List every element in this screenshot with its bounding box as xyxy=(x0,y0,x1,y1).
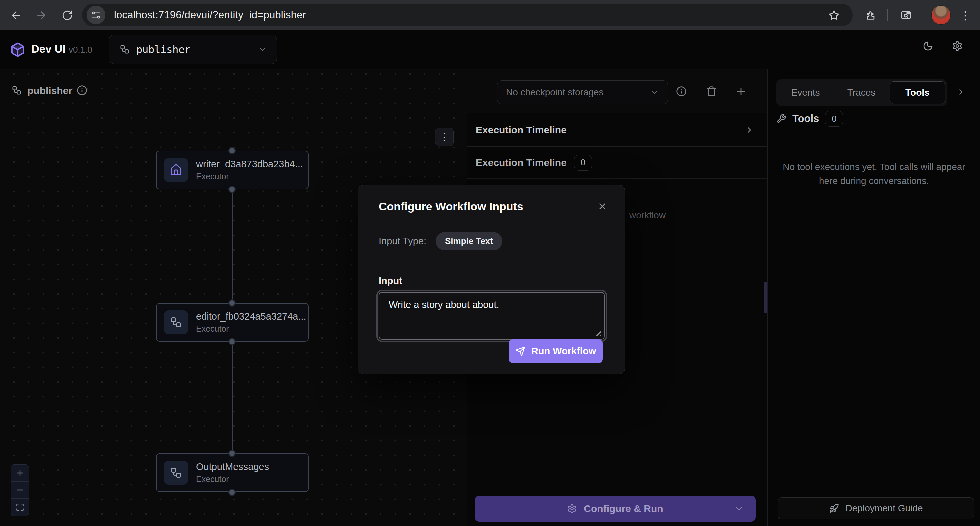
arrow-right-icon xyxy=(35,10,47,21)
puzzle-icon xyxy=(865,10,877,21)
tools-count-badge: 0 xyxy=(825,111,843,127)
right-panel-tabs: Events Traces Tools xyxy=(776,79,947,106)
browser-menu-button[interactable]: ⋮ xyxy=(957,7,973,23)
gear-icon xyxy=(952,41,963,51)
canvas-menu-button[interactable]: ⋮ xyxy=(435,128,453,146)
browser-reload-button[interactable] xyxy=(59,7,75,23)
tab-tools[interactable]: Tools xyxy=(890,81,945,104)
node-title: editor_fb0324a5a3274a... xyxy=(196,311,306,322)
workflow-title: publisher xyxy=(27,85,72,96)
bookmark-star-button[interactable] xyxy=(826,7,842,23)
workflow-info-button[interactable] xyxy=(77,85,88,96)
node-handle[interactable] xyxy=(228,338,235,345)
node-text: writer_d3a873dba23b4... Executor xyxy=(196,159,303,181)
node-writer[interactable]: writer_d3a873dba23b4... Executor xyxy=(156,151,309,189)
entity-selector-value: publisher xyxy=(136,44,191,55)
workflow-icon xyxy=(164,310,188,334)
settings-button[interactable] xyxy=(949,38,965,54)
theme-toggle-button[interactable] xyxy=(920,38,936,54)
input-type-badge: Simple Text xyxy=(436,232,502,250)
wrench-icon xyxy=(776,114,786,124)
tune-icon xyxy=(91,10,101,20)
node-handle[interactable] xyxy=(228,299,235,307)
tab-events[interactable]: Events xyxy=(778,81,833,104)
zoom-in-button[interactable] xyxy=(11,465,29,482)
node-title: OutputMessages xyxy=(196,461,269,472)
extensions-button[interactable] xyxy=(863,7,879,23)
fit-view-button[interactable] xyxy=(11,499,29,516)
configure-and-run-label: Configure & Run xyxy=(584,503,663,514)
node-title: writer_d3a873dba23b4... xyxy=(196,159,303,170)
entity-selector-dropdown[interactable]: publisher xyxy=(109,35,277,64)
node-handle[interactable] xyxy=(228,450,235,457)
chevron-down-icon xyxy=(734,504,744,513)
star-icon xyxy=(828,10,840,21)
configure-and-run-button[interactable]: Configure & Run xyxy=(475,496,756,522)
node-subtitle: Executor xyxy=(196,324,306,334)
house-icon xyxy=(164,158,188,182)
deployment-guide-button[interactable]: Deployment Guide xyxy=(778,497,974,519)
node-text: OutputMessages Executor xyxy=(196,461,269,484)
trash-icon xyxy=(706,86,717,97)
execution-timeline-header[interactable]: Execution Timeline xyxy=(467,113,767,147)
checkpoint-storage-value: No checkpoint storages xyxy=(506,87,604,98)
checkpoint-info-button[interactable] xyxy=(676,86,687,97)
workflow-icon xyxy=(164,461,188,485)
gear-icon xyxy=(567,504,577,514)
node-editor[interactable]: editor_fb0324a5a3274a... Executor xyxy=(156,303,309,342)
tools-header: Tools 0 xyxy=(776,111,843,127)
maximize-icon xyxy=(16,503,24,512)
node-subtitle: Executor xyxy=(196,172,303,181)
app-logo xyxy=(10,42,25,57)
workflow-icon xyxy=(120,44,130,54)
dialog-close-button[interactable] xyxy=(597,201,607,211)
node-output-messages[interactable]: OutputMessages Executor xyxy=(156,453,309,492)
run-workflow-label: Run Workflow xyxy=(531,346,596,357)
workflow-input-textarea[interactable]: Write a story about about. xyxy=(379,292,605,340)
browser-chrome: localhost:7196/devui/?entity_id=publishe… xyxy=(0,0,980,30)
execution-timeline-section: Execution Timeline 0 xyxy=(467,147,767,179)
checkpoint-storage-dropdown[interactable]: No checkpoint storages xyxy=(497,80,668,104)
app-version: v0.1.0 xyxy=(68,44,92,55)
app-header: Dev UI v0.1.0 publisher xyxy=(0,30,980,69)
node-subtitle: Executor xyxy=(196,474,269,484)
site-settings-button[interactable] xyxy=(87,6,105,24)
browser-forward-button[interactable] xyxy=(33,7,49,23)
chrome-separator xyxy=(923,9,923,21)
edge-writer-editor xyxy=(232,189,233,303)
run-workflow-button[interactable]: Run Workflow xyxy=(509,339,603,363)
execution-timeline-header-title: Execution Timeline xyxy=(476,124,567,136)
edge-editor-output xyxy=(232,342,233,453)
timeline-empty-text-fragment: workflow xyxy=(629,210,666,221)
send-icon xyxy=(515,346,525,356)
window-search-icon xyxy=(900,10,912,21)
deployment-guide-label: Deployment Guide xyxy=(846,503,923,514)
profile-avatar[interactable] xyxy=(931,5,951,25)
node-handle[interactable] xyxy=(228,489,235,496)
add-checkpoint-button[interactable] xyxy=(735,86,747,97)
arrow-left-icon xyxy=(10,10,22,21)
chevron-down-icon xyxy=(258,44,267,54)
moon-icon xyxy=(923,41,933,51)
side-panel-search-button[interactable] xyxy=(898,7,914,23)
node-handle[interactable] xyxy=(228,186,235,193)
canvas-zoom-controls xyxy=(11,464,29,516)
node-text: editor_fb0324a5a3274a... Executor xyxy=(196,311,306,334)
execution-timeline-count-badge: 0 xyxy=(574,155,592,171)
tab-traces[interactable]: Traces xyxy=(834,81,888,104)
chevron-right-icon xyxy=(956,87,966,97)
address-bar[interactable]: localhost:7196/devui/?entity_id=publishe… xyxy=(82,4,853,26)
right-panel: Events Traces Tools Tools 0 No tool exec… xyxy=(767,69,980,526)
node-handle[interactable] xyxy=(228,147,235,154)
tools-empty-message: No tool executions yet. Tool calls will … xyxy=(776,160,972,188)
execution-timeline-section-title: Execution Timeline xyxy=(476,157,567,168)
delete-checkpoint-button[interactable] xyxy=(706,86,717,97)
browser-back-button[interactable] xyxy=(8,7,24,23)
collapse-panel-button[interactable] xyxy=(956,87,966,97)
workflow-icon xyxy=(12,85,22,95)
close-icon xyxy=(597,201,607,211)
url-text[interactable]: localhost:7196/devui/?entity_id=publishe… xyxy=(114,9,306,21)
input-label: Input xyxy=(379,275,402,286)
chevron-right-icon[interactable] xyxy=(745,126,754,135)
zoom-out-button[interactable] xyxy=(11,482,29,499)
